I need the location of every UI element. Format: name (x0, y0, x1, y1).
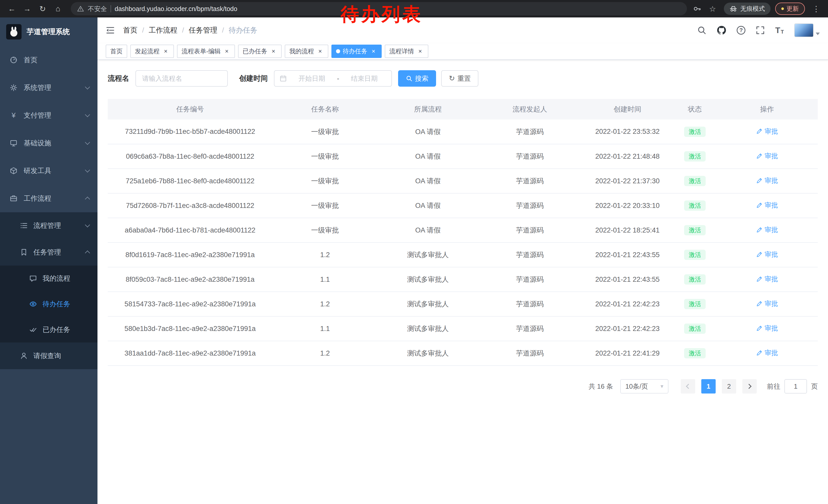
cell-status: 激活 (673, 341, 716, 366)
bookmark-star-icon[interactable]: ☆ (706, 2, 719, 15)
cell-created: 2022-01-21 22:43:55 (581, 267, 673, 292)
sidebar-item-process-management[interactable]: 流程管理 (0, 212, 97, 239)
cell-task-id: 73211d9d-7b9b-11ec-b5b7-acde48001122 (108, 120, 273, 144)
github-icon[interactable] (717, 26, 727, 35)
sidebar-item-task-management[interactable]: 任务管理 (0, 239, 97, 266)
workflow-submenu: 流程管理 任务管理 我的流程 待办任务 已办任务 请假 (0, 212, 97, 369)
user-menu[interactable] (794, 23, 820, 37)
breadcrumb-home[interactable]: 首页 (123, 26, 137, 35)
approve-link[interactable]: 审批 (756, 201, 778, 210)
close-icon[interactable]: × (370, 48, 377, 55)
sidebar-item-todo-tasks[interactable]: 待办任务 (0, 291, 97, 317)
approve-link[interactable]: 审批 (756, 225, 778, 234)
table-row: 725a1eb6-7b88-11ec-8ef0-acde48001122 一级审… (108, 169, 818, 193)
sidebar-item-payment[interactable]: ¥ 支付管理 (0, 101, 97, 129)
home-icon[interactable]: ⌂ (51, 2, 65, 15)
table-row: 069c6a63-7b8a-11ec-8ef0-acde48001122 一级审… (108, 144, 818, 169)
eye-icon (29, 300, 37, 308)
sidebar-item-my-processes[interactable]: 我的流程 (0, 266, 97, 291)
browser-toolbar: ← → ↻ ⌂ 不安全 dashboard.yudao.iocoder.cn/b… (0, 0, 828, 17)
help-icon[interactable]: ? (737, 26, 745, 35)
browser-menu-icon[interactable]: ⋮ (810, 2, 823, 15)
cell-status: 激活 (673, 169, 716, 193)
tab-process-form-edit[interactable]: 流程表单-编辑 × (177, 45, 235, 58)
close-icon[interactable]: × (317, 48, 324, 55)
close-icon[interactable]: × (162, 48, 169, 55)
sidebar-item-infrastructure[interactable]: 基础设施 (0, 129, 97, 157)
close-icon[interactable]: × (417, 48, 424, 55)
breadcrumb-task-management[interactable]: 任务管理 (189, 26, 217, 35)
tab-process-detail[interactable]: 流程详情 × (385, 45, 428, 58)
tab-label: 发起流程 (135, 47, 160, 55)
process-name-input[interactable] (135, 70, 228, 87)
reload-icon[interactable]: ↻ (36, 2, 49, 15)
sidebar-item-workflow[interactable]: 工作流程 (0, 185, 97, 212)
address-bar[interactable]: 不安全 dashboard.yudao.iocoder.cn/bpm/task/… (71, 2, 687, 15)
col-action: 操作 (716, 99, 818, 120)
breadcrumb-workflow[interactable]: 工作流程 (149, 26, 177, 35)
tags-view: 首页 发起流程 × 流程表单-编辑 × 已办任务 × 我的流程 × 待办任务 × (97, 43, 828, 60)
col-initiator: 流程发起人 (479, 99, 581, 120)
page-button-1[interactable]: 1 (701, 379, 716, 394)
close-icon[interactable]: × (223, 48, 230, 55)
sidebar-item-system[interactable]: 系统管理 (0, 74, 97, 101)
font-size-icon[interactable]: T T (775, 26, 784, 34)
incognito-label: 无痕模式 (740, 5, 765, 13)
edit-icon (756, 153, 762, 159)
approve-link[interactable]: 审批 (756, 127, 778, 136)
chat-icon (29, 275, 37, 282)
approve-link[interactable]: 审批 (756, 299, 778, 308)
key-icon[interactable] (693, 5, 701, 13)
search-icon[interactable] (697, 26, 706, 35)
sidebar-item-devtools[interactable]: 研发工具 (0, 157, 97, 185)
prev-page-button[interactable] (681, 379, 695, 394)
tab-done-tasks[interactable]: 已办任务 × (238, 45, 282, 58)
sidebar-item-home[interactable]: 首页 (0, 46, 97, 74)
chevron-down-icon (85, 140, 90, 145)
app-logo-row[interactable]: 芋道管理系统 (0, 17, 97, 46)
approve-link[interactable]: 审批 (756, 349, 778, 357)
approve-link[interactable]: 审批 (756, 275, 778, 283)
chevron-up-icon (85, 250, 90, 256)
cell-task-name: 一级审批 (273, 218, 378, 242)
close-icon[interactable]: × (270, 48, 277, 55)
goto-page-input[interactable] (784, 379, 807, 394)
avatar (794, 23, 814, 37)
edit-icon (756, 227, 762, 233)
sidebar-item-label: 待办任务 (43, 300, 89, 309)
status-badge: 激活 (684, 348, 706, 358)
search-icon (406, 75, 412, 82)
cell-initiator: 芋道源码 (479, 242, 581, 267)
tab-home[interactable]: 首页 (106, 45, 127, 58)
table-row: 8f0d1619-7ac8-11ec-a9e2-a2380e71991a 1.2… (108, 242, 818, 267)
briefcase-icon (9, 194, 18, 202)
date-range-picker[interactable]: 开始日期 - 结束日期 (274, 70, 392, 87)
table-row: 580e1b3d-7ac8-11ec-a9e2-a2380e71991a 1.1… (108, 316, 818, 341)
reset-button[interactable]: ↻ 重置 (441, 70, 479, 87)
sidebar-collapse-icon[interactable] (106, 26, 115, 35)
update-button[interactable]: 更新 (775, 3, 805, 15)
approve-link[interactable]: 审批 (756, 324, 778, 333)
sidebar-item-done-tasks[interactable]: 已办任务 (0, 317, 97, 342)
fullscreen-icon[interactable] (756, 26, 765, 35)
tab-start-process[interactable]: 发起流程 × (130, 45, 174, 58)
page-button-2[interactable]: 2 (722, 379, 736, 394)
page-size-select[interactable]: 10条/页 ▾ (620, 379, 668, 394)
sidebar: 芋道管理系统 首页 系统管理 ¥ 支付管理 基础设施 研发工具 工作 (0, 17, 97, 504)
sidebar-item-leave-query[interactable]: 请假查询 (0, 342, 97, 369)
approve-link[interactable]: 审批 (756, 151, 778, 161)
next-page-button[interactable] (742, 379, 757, 394)
cube-icon (9, 167, 18, 175)
tab-todo-tasks[interactable]: 待办任务 × (331, 45, 382, 58)
search-button[interactable]: 搜索 (398, 70, 436, 87)
tab-my-processes[interactable]: 我的流程 × (285, 45, 328, 58)
cell-initiator: 芋道源码 (479, 316, 581, 341)
forward-icon[interactable]: → (20, 2, 34, 15)
col-created: 创建时间 (581, 99, 673, 120)
table-row: 73211d9d-7b9b-11ec-b5b7-acde48001122 一级审… (108, 120, 818, 144)
reset-label: 重置 (457, 74, 471, 83)
approve-link[interactable]: 审批 (756, 250, 778, 259)
approve-link[interactable]: 审批 (756, 176, 778, 185)
back-icon[interactable]: ← (5, 2, 18, 15)
page-content: 流程名 创建时间 开始日期 - 结束日期 搜索 ↻ 重置 (97, 60, 828, 404)
